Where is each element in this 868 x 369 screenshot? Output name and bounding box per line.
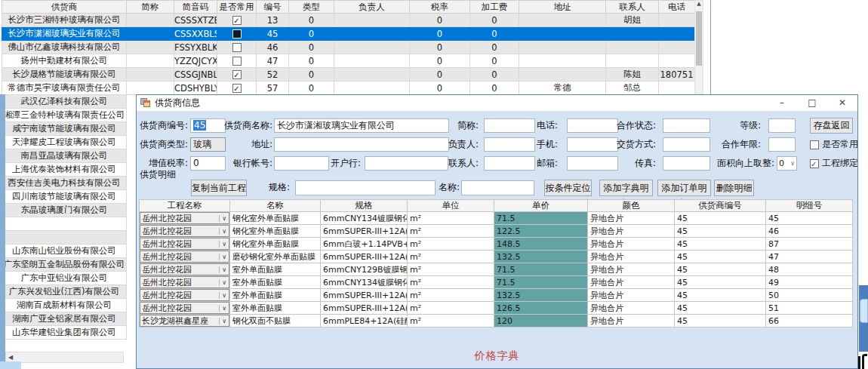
project-name-select[interactable]: 岳州北控花园∨ — [140, 251, 229, 263]
column-header[interactable]: 地址 — [519, 1, 606, 14]
grid-row[interactable]: 岳州北控花园∨钢化室外单面贴膜6mmSUPER-III+12A(硅...m²12… — [140, 225, 853, 238]
grade-label: 等级: — [716, 118, 761, 133]
address-label: 地址: — [212, 137, 272, 152]
grade-input[interactable] — [768, 118, 796, 133]
price-dictionary-label: 价格字典 — [137, 349, 857, 363]
grid-row[interactable]: 岳州北控花园∨钢化室外单面贴膜6mm白玻+1.14PVB+6mm...m²148… — [140, 238, 853, 251]
column-header[interactable]: 供货商 — [2, 1, 127, 14]
grid-column-header[interactable]: 单位 — [408, 200, 494, 212]
column-header[interactable]: 电话 — [659, 1, 695, 14]
checkbox-icon[interactable] — [232, 57, 242, 66]
spec-filter-input[interactable] — [295, 180, 436, 195]
supplier-name-input[interactable]: 长沙市潇湘玻璃实业有限公司 — [274, 118, 449, 133]
detail-section-label: 供货明细 — [140, 168, 176, 181]
project-name-select[interactable]: 岳州北控花园∨ — [140, 238, 229, 250]
column-header[interactable]: 加工费 — [470, 1, 519, 14]
supplier-info-dialog: 供货商信息 – □ ✕ 供货商编号: 45 供货商名称: 长沙市潇湘玻璃实业有限… — [136, 94, 858, 369]
save-button[interactable]: 存盘返回 — [810, 118, 853, 134]
name-filter-label: 名称: — [432, 180, 460, 195]
project-name-select[interactable]: 岳州北控花园∨ — [140, 289, 229, 301]
chevron-down-icon[interactable]: ∨ — [219, 254, 229, 260]
dialog-titlebar[interactable]: 供货商信息 – □ ✕ — [137, 95, 857, 111]
close-icon[interactable]: ✕ — [827, 95, 857, 111]
project-name-select[interactable]: 岳州北控花园∨ — [140, 276, 229, 288]
checkbox-icon[interactable] — [232, 29, 242, 38]
is-common-checkbox[interactable]: 是否常用 — [810, 139, 857, 150]
column-header[interactable]: 联系人 — [606, 1, 659, 14]
checkbox-icon[interactable] — [810, 159, 819, 168]
chevron-down-icon[interactable]: ∨ — [219, 318, 229, 324]
grid-row[interactable]: 岳州北控花园∨室外单面贴膜6mmCNY129B镀膜钢化m²71.5异地合片454… — [140, 263, 853, 276]
locate-button[interactable]: 按条件定位 — [544, 180, 592, 196]
checkbox-icon[interactable] — [232, 84, 242, 93]
project-name-select[interactable]: 岳州北控花园∨ — [140, 263, 229, 275]
project-name-select[interactable]: 岳州北控花园∨ — [140, 212, 229, 224]
grid-row[interactable]: 岳州北控花园∨磨砂钢化室外单面贴膜6mmSUPER-III+12A(硅...m²… — [140, 251, 853, 263]
abbr-label: 简称: — [433, 118, 479, 133]
name-filter-input[interactable] — [461, 180, 534, 195]
grid-row[interactable]: 长沙龙湖祺鑫星座∨钢化双面不贴膜6mmPLE84+12A(硅酮胶...m²120… — [140, 315, 853, 327]
column-header[interactable]: 编号 — [257, 1, 289, 14]
minimize-icon[interactable]: – — [767, 95, 797, 111]
window-edge-right-button — [860, 299, 868, 323]
column-header[interactable]: 税率 — [410, 1, 470, 14]
column-header[interactable]: 类型 — [289, 1, 334, 14]
column-header[interactable]: 简音码 — [174, 1, 217, 14]
coop-years-label: 合作年限: — [700, 137, 761, 152]
coop-years-input[interactable] — [768, 137, 796, 152]
list-horizontal-scrollbar[interactable]: ◀ — [5, 352, 124, 363]
delete-detail-button[interactable]: 删除明细 — [714, 180, 754, 196]
chevron-down-icon[interactable]: ∨ — [219, 279, 229, 286]
address-input[interactable] — [274, 137, 449, 152]
grid-row[interactable]: 岳州北控花园∨室外单面贴膜6mmCNY134镀膜钢化m²71.5异地合片4549 — [140, 276, 853, 289]
grid-row[interactable]: 岳州北控花园∨室外单面贴膜6mmSUPER-III+12A(硅...m²126.… — [140, 302, 853, 315]
grid-column-header[interactable]: 明细号 — [766, 200, 853, 212]
bank-account-label: 银行帐号: — [212, 156, 272, 171]
grid-column-header[interactable]: 规格 — [321, 200, 408, 212]
chevron-down-icon[interactable]: ∨ — [219, 241, 229, 248]
grid-column-header[interactable]: 颜色 — [588, 200, 675, 212]
chevron-down-icon[interactable]: ∨ — [219, 215, 229, 222]
checkbox-icon[interactable] — [232, 16, 242, 25]
grid-column-header[interactable]: 工程名称 — [140, 200, 230, 212]
scrollbar-thumb[interactable] — [696, 11, 702, 66]
scroll-up-icon[interactable]: ▲ — [697, 1, 700, 7]
manager-label: 负责人: — [433, 137, 479, 152]
table-row[interactable]: 长沙市潇湘玻璃实业有限公司CSSXXBLSY...45000 — [2, 27, 695, 41]
coop-status-input[interactable] — [663, 118, 710, 133]
grid-column-header[interactable]: 供货商编号 — [675, 200, 766, 212]
area-round-label: 面积向上取整: — [699, 156, 774, 171]
project-name-select[interactable]: 岳州北控花园∨ — [140, 302, 229, 314]
table-row[interactable]: 长沙晟格节能玻璃有限公司CSSGJNBLYXGS52000陈姐180751 — [2, 68, 695, 81]
table-row[interactable]: 常德市昊宇玻璃有限责任公司CDSHYBLYX57000常德邹总 — [2, 81, 695, 95]
area-round-select[interactable]: 0∨ — [777, 156, 797, 171]
grid-column-header[interactable]: 名称 — [230, 200, 321, 212]
add-order-detail-button[interactable]: 添加订单明细 — [657, 180, 711, 196]
column-header[interactable]: 负责人 — [334, 1, 410, 14]
checkbox-icon[interactable] — [232, 70, 242, 79]
checkbox-icon[interactable] — [810, 140, 819, 149]
table-row[interactable]: 扬州中勤建材有限公司YZZQJCYXGS47000 — [2, 54, 695, 68]
checkbox-icon[interactable] — [232, 43, 242, 52]
chevron-down-icon[interactable]: ∨ — [219, 292, 229, 299]
project-bind-checkbox[interactable]: 工程绑定 — [810, 158, 857, 169]
column-header[interactable]: 是否常用 — [217, 1, 257, 14]
chevron-down-icon[interactable]: ∨ — [219, 266, 229, 273]
chevron-down-icon[interactable]: ∨ — [790, 157, 795, 170]
grid-row[interactable]: 岳州北控花园∨钢化室外单面贴膜6mmCNY134镀膜钢化m²71.5异地合片45… — [140, 212, 853, 225]
column-header[interactable]: 简称 — [127, 1, 174, 14]
scroll-left-icon[interactable]: ◀ — [8, 354, 13, 361]
add-dict-detail-button[interactable]: 添加字典明细 — [599, 180, 653, 196]
project-name-select[interactable]: 岳州北控花园∨ — [140, 225, 229, 237]
table-row[interactable]: 长沙市三湘特种玻璃有限公司CSSSXTZBL...13000胡姐 — [2, 14, 695, 27]
project-name-select[interactable]: 长沙龙湖祺鑫星座∨ — [140, 315, 229, 327]
grid-column-header[interactable]: 单价 — [494, 200, 588, 212]
chevron-down-icon[interactable]: ∨ — [219, 228, 229, 235]
chevron-down-icon[interactable]: ∨ — [219, 305, 229, 312]
maximize-icon[interactable]: □ — [797, 95, 827, 111]
copy-project-button[interactable]: 复制当前工程 — [191, 180, 247, 196]
grid-row[interactable]: 岳州北控花园∨室外单面贴膜6mmSUPER-III+12A(硅...m²132.… — [140, 289, 853, 302]
table-row[interactable]: 佛山市亿鑫玻璃科技有限公司FSSYXBLKJ...46000 — [2, 41, 695, 54]
panel-divider — [710, 0, 711, 94]
table-vertical-scrollbar[interactable]: ▲ — [694, 0, 703, 94]
